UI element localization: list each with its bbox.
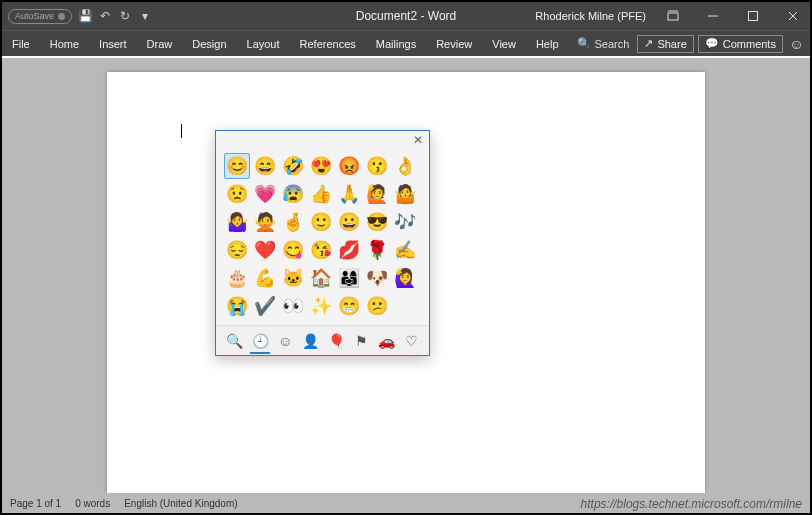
text-cursor (181, 124, 182, 138)
tab-home[interactable]: Home (40, 31, 89, 56)
emoji-cell[interactable]: 😎 (364, 209, 390, 235)
tab-draw[interactable]: Draw (137, 31, 183, 56)
emoji-cell[interactable]: 🙂 (308, 209, 334, 235)
emoji-cell[interactable]: 🙅 (252, 209, 278, 235)
emoji-cell[interactable]: 😊 (224, 153, 250, 179)
svg-rect-3 (749, 12, 758, 21)
maximize-button[interactable] (736, 2, 770, 30)
emoji-cell[interactable]: 😭 (224, 293, 250, 319)
comments-label: Comments (723, 38, 776, 50)
emoji-tab-smileys[interactable]: ☺ (278, 329, 292, 353)
emoji-cell[interactable]: 😘 (308, 237, 334, 263)
status-language[interactable]: English (United Kingdom) (124, 498, 237, 509)
titlebar: AutoSave 💾 ↶ ↻ ▾ Document2 - Word Rhoder… (2, 2, 810, 30)
emoji-close-icon[interactable]: ✕ (413, 133, 423, 147)
qat-more-icon[interactable]: ▾ (138, 9, 152, 23)
emoji-cell[interactable]: 😕 (364, 293, 390, 319)
emoji-cell[interactable]: 😀 (336, 209, 362, 235)
tab-review[interactable]: Review (426, 31, 482, 56)
emoji-cell[interactable]: 😡 (336, 153, 362, 179)
emoji-cell[interactable]: 😁 (336, 293, 362, 319)
ribbon-display-options-icon[interactable] (656, 2, 690, 30)
emoji-cell[interactable]: 👀 (280, 293, 306, 319)
ribbon: File Home Insert Draw Design Layout Refe… (2, 30, 810, 56)
search-label: Search (595, 38, 630, 50)
emoji-cell[interactable]: 👨‍👩‍👧 (336, 265, 362, 291)
tab-insert[interactable]: Insert (89, 31, 137, 56)
emoji-cell[interactable]: ✨ (308, 293, 334, 319)
tab-help[interactable]: Help (526, 31, 569, 56)
tab-mailings[interactable]: Mailings (366, 31, 426, 56)
tab-file[interactable]: File (2, 31, 40, 56)
emoji-tab-favorites[interactable]: ♡ (405, 329, 419, 353)
emoji-cell[interactable]: 🐶 (364, 265, 390, 291)
emoji-tab-objects[interactable]: 🚗 (379, 329, 395, 353)
emoji-cell[interactable]: ❤️ (252, 237, 278, 263)
emoji-cell[interactable]: 🙏 (336, 181, 362, 207)
close-button[interactable] (776, 2, 810, 30)
emoji-cell[interactable]: 👍 (308, 181, 334, 207)
emoji-tab-symbols[interactable]: 🎈 (328, 329, 344, 353)
emoji-cell[interactable]: 🏠 (308, 265, 334, 291)
emoji-cell[interactable]: 🤞 (280, 209, 306, 235)
minimize-button[interactable] (696, 2, 730, 30)
emoji-tab-search[interactable]: 🔍 (226, 329, 242, 353)
emoji-cell[interactable]: 🤷 (392, 181, 418, 207)
emoji-cell[interactable]: 💋 (336, 237, 362, 263)
comment-icon: 💬 (705, 37, 719, 50)
emoji-cell[interactable]: 🌹 (364, 237, 390, 263)
tab-layout[interactable]: Layout (237, 31, 290, 56)
emoji-cell[interactable]: 💗 (252, 181, 278, 207)
emoji-cell[interactable]: 😟 (224, 181, 250, 207)
emoji-cell[interactable]: 👌 (392, 153, 418, 179)
emoji-cell[interactable]: 🎂 (224, 265, 250, 291)
share-icon: ↗ (644, 37, 653, 50)
watermark-url: https://blogs.technet.microsoft.com/rmil… (581, 497, 802, 511)
share-button[interactable]: ↗ Share (637, 35, 693, 53)
emoji-cell[interactable]: 😄 (252, 153, 278, 179)
emoji-cell[interactable]: ✔️ (252, 293, 278, 319)
redo-icon[interactable]: ↻ (118, 9, 132, 23)
emoji-picker: ✕ 😊😄🤣😍😡😗👌😟💗😰👍🙏🙋🤷🤷‍♀️🙅🤞🙂😀😎🎶😔❤️😋😘💋🌹✍️🎂💪🐱🏠👨… (215, 130, 430, 356)
status-wordcount[interactable]: 0 words (75, 498, 110, 509)
tell-me-search[interactable]: 🔍 Search (569, 37, 638, 50)
emoji-tab-people[interactable]: 👤 (302, 329, 318, 353)
user-name[interactable]: Rhoderick Milne (PFE) (535, 10, 646, 22)
share-label: Share (657, 38, 686, 50)
comments-button[interactable]: 💬 Comments (698, 35, 783, 53)
emoji-grid: 😊😄🤣😍😡😗👌😟💗😰👍🙏🙋🤷🤷‍♀️🙅🤞🙂😀😎🎶😔❤️😋😘💋🌹✍️🎂💪🐱🏠👨‍👩… (216, 149, 429, 325)
autosave-label: AutoSave (15, 11, 54, 21)
autosave-toggle[interactable]: AutoSave (8, 9, 72, 24)
emoji-cell[interactable]: 😗 (364, 153, 390, 179)
feedback-smiley-icon[interactable]: ☺ (787, 36, 806, 52)
save-icon[interactable]: 💾 (78, 9, 92, 23)
svg-rect-0 (668, 13, 678, 20)
emoji-tab-recent[interactable]: 🕘 (252, 329, 268, 353)
emoji-cell[interactable]: ✍️ (392, 237, 418, 263)
emoji-cell[interactable]: 🐱 (280, 265, 306, 291)
undo-dropdown-icon[interactable]: ↶ (98, 9, 112, 23)
emoji-cell[interactable]: 😋 (280, 237, 306, 263)
emoji-cell[interactable]: 😰 (280, 181, 306, 207)
emoji-cell[interactable]: 🙋‍♀️ (392, 265, 418, 291)
emoji-tab-flags[interactable]: ⚑ (354, 329, 368, 353)
status-page[interactable]: Page 1 of 1 (10, 498, 61, 509)
tab-view[interactable]: View (482, 31, 526, 56)
emoji-cell[interactable]: 🎶 (392, 209, 418, 235)
emoji-category-tabs: 🔍 🕘 ☺ 👤 🎈 ⚑ 🚗 ♡ (216, 325, 429, 355)
emoji-cell[interactable]: 😔 (224, 237, 250, 263)
autosave-indicator-icon (58, 13, 65, 20)
emoji-cell[interactable]: 🤣 (280, 153, 306, 179)
statusbar: Page 1 of 1 0 words English (United King… (2, 493, 810, 513)
search-icon: 🔍 (577, 37, 591, 50)
tab-references[interactable]: References (290, 31, 366, 56)
emoji-cell[interactable]: 🤷‍♀️ (224, 209, 250, 235)
emoji-cell[interactable]: 😍 (308, 153, 334, 179)
emoji-cell[interactable]: 💪 (252, 265, 278, 291)
emoji-cell[interactable]: 🙋 (364, 181, 390, 207)
tab-design[interactable]: Design (182, 31, 236, 56)
emoji-cell (392, 293, 418, 319)
